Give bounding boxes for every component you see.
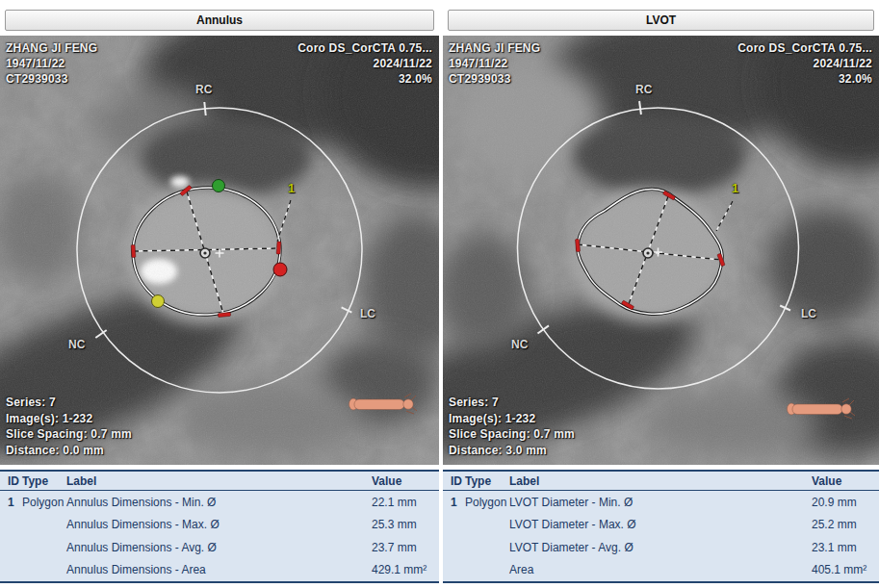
row-label: LVOT Diameter - Avg. Ø [509,541,812,554]
row-value: 429.1 mm² [372,563,431,576]
row-value: 25.3 mm [372,518,431,531]
distance: Distance: 0.0 mm [6,443,132,459]
patient-id: CT2939033 [6,71,97,87]
contour-handle-red[interactable] [273,263,287,276]
contour-center-marker[interactable] [200,248,210,258]
study-info-overlay: Coro DS_CorCTA 0.75... 2024/11/22 32.0% [737,40,872,87]
cardiac-phase: 32.0% [297,71,432,87]
lvot-ct-viewport[interactable]: ZHANG JI FENG 1947/11/22 CT2939033 Coro … [443,36,879,465]
study-date: 2024/11/22 [297,56,432,71]
panel-title: Annulus [196,13,243,27]
contour-handle-yellow[interactable] [152,295,165,308]
tavr-measurement-view: Annulus [0,0,879,588]
cusp-label-rc: RC [635,83,652,96]
col-header-id: ID [451,474,465,488]
col-header-type: Type [465,474,509,488]
slice-spacing: Slice Spacing: 0.7 mm [449,426,575,443]
col-header-label: Label [66,474,372,488]
col-header-id: ID [8,474,22,488]
row-type: Polygon [22,496,66,509]
col-header-label: Label [509,474,812,488]
annotation-id-label[interactable]: 1 [288,181,295,195]
patient-birth-date: 1947/11/22 [6,56,97,71]
cusp-label-lc: LC [801,307,816,320]
slice-spacing: Slice Spacing: 0.7 mm [6,426,132,443]
patient-info-overlay: ZHANG JI FENG 1947/11/22 CT2939033 [449,40,540,87]
row-value: 23.7 mm [372,541,431,554]
cusp-label-nc: NC [511,338,528,351]
table-row[interactable]: Area 405.1 mm² [443,559,879,582]
table-row[interactable]: Annulus Dimensions - Max. Ø 25.3 mm [0,514,439,537]
panel-annulus-header[interactable]: Annulus [5,10,434,31]
row-label: Annulus Dimensions - Avg. Ø [66,541,372,554]
table-header-row: ID Type Label Value [0,472,439,491]
row-type: Polygon [465,496,509,509]
row-label: Annulus Dimensions - Min. Ø [66,496,372,509]
row-id: 1 [8,496,22,509]
col-header-value: Value [372,474,431,488]
series-info-overlay: Series: 7 Image(s): 1-232 Slice Spacing:… [6,395,132,458]
row-id: 1 [451,496,465,509]
series-description: Coro DS_CorCTA 0.75... [297,40,432,56]
table-row[interactable]: Annulus Dimensions - Area 429.1 mm² [0,559,439,582]
table-row[interactable]: Annulus Dimensions - Avg. Ø 23.7 mm [0,536,439,559]
col-header-type: Type [22,474,66,488]
row-value: 22.1 mm [372,496,431,509]
table-row[interactable]: 1 Polygon Annulus Dimensions - Min. Ø 22… [0,491,439,514]
panel-annulus: Annulus [0,0,439,588]
row-label: LVOT Diameter - Max. Ø [509,518,812,531]
lvot-measurement-table: ID Type Label Value 1 Polygon LVOT Diame… [443,470,879,583]
row-value: 20.9 mm [812,496,871,509]
patient-birth-date: 1947/11/22 [449,56,540,71]
table-row[interactable]: LVOT Diameter - Max. Ø 25.2 mm [443,514,879,537]
annotation-id-label[interactable]: 1 [732,181,738,195]
study-info-overlay: Coro DS_CorCTA 0.75... 2024/11/22 32.0% [297,40,432,87]
table-row[interactable]: LVOT Diameter - Avg. Ø 23.1 mm [443,536,879,559]
series-info-overlay: Series: 7 Image(s): 1-232 Slice Spacing:… [449,395,575,458]
contour-handle-green[interactable] [213,180,225,192]
row-label: Area [509,563,812,576]
cusp-label-nc: NC [68,338,85,351]
panel-lvot: LVOT [443,0,879,588]
study-date: 2024/11/22 [737,56,872,71]
distance: Distance: 3.0 mm [449,443,575,459]
row-label: Annulus Dimensions - Area [66,563,372,576]
cusp-label-rc: RC [195,83,212,96]
series-number: Series: 7 [6,395,132,411]
image-range: Image(s): 1-232 [6,411,132,427]
annulus-measurement-table: ID Type Label Value 1 Polygon Annulus Di… [0,470,439,583]
patient-name: ZHANG JI FENG [6,40,97,56]
col-header-value: Value [812,474,871,488]
table-row[interactable]: 1 Polygon LVOT Diameter - Min. Ø 20.9 mm [443,491,879,514]
series-description: Coro DS_CorCTA 0.75... [737,40,872,56]
row-value: 405.1 mm² [812,563,871,576]
row-value: 25.2 mm [812,518,871,531]
patient-name: ZHANG JI FENG [449,40,540,56]
image-range: Image(s): 1-232 [449,411,575,427]
cardiac-phase: 32.0% [737,71,872,87]
patient-info-overlay: ZHANG JI FENG 1947/11/22 CT2939033 [6,40,97,87]
table-header-row: ID Type Label Value [443,472,879,491]
cusp-label-lc: LC [360,307,375,320]
row-label: Annulus Dimensions - Max. Ø [66,518,372,531]
contour-center-marker[interactable] [643,248,653,258]
patient-id: CT2939033 [449,71,540,87]
panel-lvot-header[interactable]: LVOT [448,10,874,31]
series-number: Series: 7 [449,395,575,411]
panel-title: LVOT [646,13,676,27]
row-label: LVOT Diameter - Min. Ø [509,496,812,509]
row-value: 23.1 mm [812,541,871,554]
annulus-ct-viewport[interactable]: ZHANG JI FENG 1947/11/22 CT2939033 Coro … [0,36,439,465]
